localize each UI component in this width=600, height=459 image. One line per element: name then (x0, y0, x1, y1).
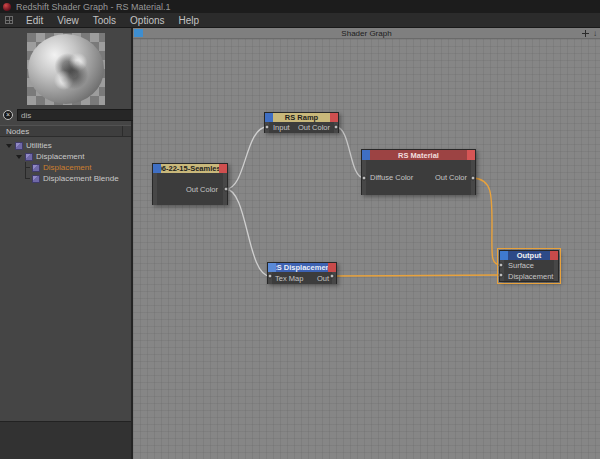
menu-tools[interactable]: Tools (88, 13, 125, 27)
node-corner-blue (362, 150, 370, 160)
search-row: × (0, 106, 131, 123)
node-corner-blue (268, 263, 276, 272)
node-ramp-titlebar[interactable]: RS Ramp (265, 113, 338, 122)
output-label: Out Color (435, 173, 467, 182)
wire-displacement-to-output[interactable] (332, 275, 501, 276)
node-item-icon (32, 164, 40, 172)
node-corner-red (550, 251, 558, 260)
port-ramp-outcolor[interactable] (334, 125, 339, 130)
search-input[interactable] (17, 109, 135, 121)
tree-item-displacement-blender[interactable]: Displacement Blende (0, 173, 131, 184)
input-label: Diffuse Color (370, 173, 413, 182)
clear-search-icon[interactable]: × (3, 110, 13, 120)
window-titlebar: Redshift Shader Graph - RS Material.1 (0, 0, 600, 13)
node-rs-displacement[interactable]: RS Displacement Tex Map Out (267, 262, 337, 284)
menu-edit[interactable]: Edit (21, 13, 52, 27)
graph-header-title: Shader Graph (341, 29, 391, 38)
tree-item-label: Displacement Blende (43, 174, 119, 183)
port-seamless-outcolor[interactable] (224, 187, 229, 192)
tree-item-displacement-group[interactable]: Displacement (0, 151, 131, 162)
graph-canvas[interactable]: -06-22-15-Seamless Out Color RS Ramp (133, 39, 600, 459)
graph-header[interactable]: Shader Graph ↓ (133, 28, 600, 39)
node-title-text: -06-22-15-Seamless (155, 164, 225, 173)
tree-item-displacement[interactable]: Displacement (0, 162, 131, 173)
move-panel-icon[interactable] (582, 30, 589, 37)
node-body: Tex Map Out (268, 272, 336, 284)
node-corner-red (328, 263, 336, 272)
sidebar: × Nodes Utilities Displacement Displacem… (0, 28, 133, 459)
tree-item-label: Utilities (26, 141, 52, 150)
node-body: Input Out Color (265, 122, 338, 133)
port-material-diffusecolor[interactable] (362, 176, 367, 181)
node-corner-blue (265, 113, 273, 122)
node-corner-red (219, 164, 227, 173)
tree-item-label: Displacement (36, 152, 84, 161)
port-output-surface[interactable] (499, 263, 504, 268)
node-title-text: RS Ramp (285, 113, 318, 122)
node-corner-red (330, 113, 338, 122)
node-category-icon (15, 142, 23, 150)
node-title-text: RS Material (398, 151, 439, 160)
port-displacement-texmap[interactable] (268, 274, 273, 279)
nodes-panel-title: Nodes (6, 127, 29, 136)
input-label: Input (273, 123, 290, 132)
input-label: Displacement (508, 272, 553, 281)
node-corner-blue (500, 251, 508, 260)
node-title-text: Output (517, 251, 542, 260)
menu-grid-icon[interactable] (5, 16, 13, 24)
node-title-text: RS Displacement (271, 263, 332, 272)
node-seamless-titlebar[interactable]: -06-22-15-Seamless (153, 164, 227, 173)
node-output-titlebar[interactable]: Output (500, 251, 558, 260)
input-label: Tex Map (275, 274, 303, 283)
window-title: Redshift Shader Graph - RS Material.1 (16, 2, 171, 12)
wire-material-to-output-surface[interactable] (473, 178, 501, 265)
wire-seamless-to-ramp[interactable] (226, 127, 267, 189)
redshift-logo-icon (3, 3, 11, 11)
node-rs-material[interactable]: RS Material Diffuse Color Out Color (361, 149, 476, 195)
menu-view[interactable]: View (52, 13, 88, 27)
tree-connector (21, 173, 31, 184)
expand-arrow-icon[interactable] (6, 144, 12, 148)
input-label: Surface (508, 261, 534, 270)
output-label: Out (317, 274, 329, 283)
nodes-tree: Utilities Displacement Displacement Disp… (0, 137, 131, 421)
tree-item-label-highlighted: Displacement (43, 163, 91, 172)
wire-ramp-to-material[interactable] (336, 127, 364, 178)
wire-seamless-to-displacement[interactable] (226, 189, 270, 276)
node-rs-ramp[interactable]: RS Ramp Input Out Color (264, 112, 339, 133)
port-displacement-out[interactable] (330, 274, 335, 279)
collapse-panel-icon[interactable]: ↓ (593, 30, 597, 37)
node-corner-red (467, 150, 475, 160)
node-body: Out Color (153, 173, 227, 205)
preview-sphere-image (28, 34, 104, 104)
expand-arrow-icon[interactable] (16, 155, 22, 159)
output-label: Out Color (298, 123, 330, 132)
port-output-displacement[interactable] (499, 273, 504, 278)
port-ramp-input[interactable] (265, 125, 270, 130)
node-item-icon (32, 175, 40, 183)
node-category-icon (25, 153, 33, 161)
sidebar-bottom-panel (0, 421, 131, 459)
node-output[interactable]: Output Surface Displacement (499, 250, 559, 282)
nodes-panel-header[interactable]: Nodes (0, 125, 131, 137)
menu-bar: Edit View Tools Options Help (0, 13, 600, 28)
port-material-outcolor[interactable] (471, 176, 476, 181)
node-material-titlebar[interactable]: RS Material (362, 150, 475, 160)
node-seamless-texture[interactable]: -06-22-15-Seamless Out Color (152, 163, 228, 205)
graph-header-icons: ↓ (582, 28, 597, 38)
node-body: Surface Displacement (500, 260, 558, 281)
tree-item-utilities[interactable]: Utilities (0, 140, 131, 151)
node-corner-blue (153, 164, 161, 173)
material-preview (27, 33, 105, 105)
menu-help[interactable]: Help (174, 13, 209, 27)
menu-options[interactable]: Options (125, 13, 173, 27)
node-body: Diffuse Color Out Color (362, 160, 475, 195)
output-label: Out Color (186, 185, 218, 194)
wire-layer (133, 39, 600, 459)
node-displacement-titlebar[interactable]: RS Displacement (268, 263, 336, 272)
graph-panel: Shader Graph ↓ -06-22-15-Seamless (133, 28, 600, 459)
main-content: × Nodes Utilities Displacement Displacem… (0, 28, 600, 459)
tree-connector (21, 162, 31, 173)
panel-accent-square (134, 29, 143, 37)
